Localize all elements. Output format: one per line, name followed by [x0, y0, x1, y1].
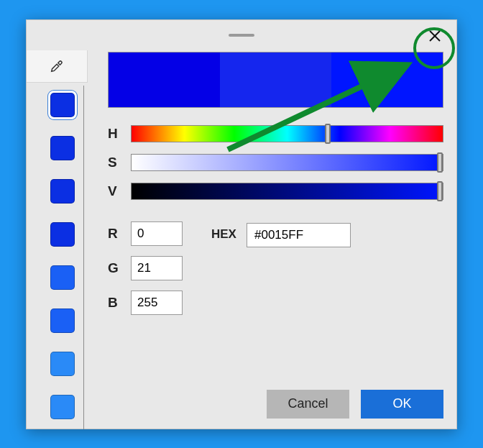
ok-button[interactable]: OK — [361, 390, 443, 419]
hex-label: HEX — [211, 223, 236, 242]
swatch-2[interactable] — [50, 179, 75, 204]
main-panel: H S V — [88, 50, 456, 429]
preview-new — [331, 52, 443, 107]
swatch-4[interactable] — [50, 265, 75, 290]
eyedropper-button[interactable] — [27, 50, 88, 83]
hue-label: H — [108, 126, 121, 142]
g-label: G — [108, 260, 121, 276]
b-input[interactable] — [131, 291, 183, 315]
value-slider[interactable] — [131, 183, 443, 200]
left-column — [27, 50, 88, 429]
saturation-thumb[interactable] — [437, 152, 443, 173]
swatch-6[interactable] — [50, 352, 75, 376]
hue-thumb[interactable] — [325, 124, 331, 144]
swatch-list — [40, 83, 75, 419]
r-input[interactable] — [131, 221, 183, 246]
swatch-3[interactable] — [50, 222, 75, 247]
eyedropper-icon — [49, 58, 65, 74]
drag-handle[interactable] — [229, 34, 254, 37]
close-icon — [428, 29, 441, 42]
hue-slider[interactable] — [131, 125, 443, 142]
titlebar — [27, 20, 456, 50]
swatch-1[interactable] — [50, 136, 75, 160]
hex-input[interactable] — [247, 223, 351, 247]
saturation-label: S — [108, 155, 121, 170]
cancel-button[interactable]: Cancel — [267, 390, 349, 419]
value-thumb[interactable] — [437, 181, 443, 201]
g-input[interactable] — [131, 256, 183, 280]
color-preview — [108, 52, 443, 108]
swatch-divider — [83, 86, 84, 429]
swatch-0[interactable] — [50, 93, 75, 117]
saturation-slider[interactable] — [131, 154, 443, 171]
r-label: R — [108, 226, 121, 242]
b-label: B — [108, 295, 121, 311]
swatch-5[interactable] — [50, 308, 75, 333]
color-picker-dialog: H S V — [26, 19, 457, 429]
close-button[interactable] — [419, 23, 451, 49]
preview-old — [109, 52, 220, 107]
swatch-7[interactable] — [50, 395, 75, 419]
value-label: V — [108, 183, 121, 199]
preview-mid — [220, 52, 331, 107]
